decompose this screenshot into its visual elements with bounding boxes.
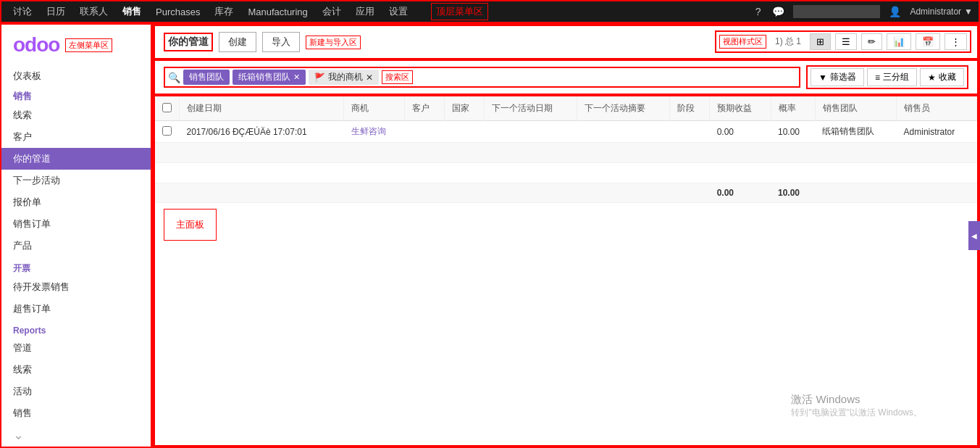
search-tag-sales-team-label: 销售团队 <box>189 71 224 83</box>
cell-date: 2017/06/16 ÐÇÆÚÄè 17:07:01 <box>180 121 344 143</box>
sidebar-item-pipeline-report[interactable]: 管道 <box>1 337 151 359</box>
col-stage: 阶段 <box>670 96 710 121</box>
nav-item-inventory[interactable]: 库存 <box>209 2 239 21</box>
search-tag-my-opportunity-close[interactable]: ✕ <box>366 72 373 83</box>
edit-view-button[interactable]: ✏ <box>861 33 882 50</box>
nav-item-purchases[interactable]: Purchases <box>150 4 206 20</box>
sidebar-item-leads[interactable]: 线索 <box>1 104 151 126</box>
nav-item-manufacturing[interactable]: Manufacturing <box>242 4 313 20</box>
data-table: 创建日期 商机 客户 国家 下一个活动日期 下一个活动摘要 阶段 预期收益 概率… <box>155 96 977 203</box>
filter-icon: ▼ <box>818 72 827 83</box>
sidebar-item-sales-orders[interactable]: 销售订单 <box>1 213 151 235</box>
col-sales-team: 销售团队 <box>815 96 896 121</box>
search-tag-my-opportunity-label: 我的商机 <box>328 71 363 83</box>
global-search-input[interactable] <box>793 5 880 18</box>
total-probability: 10.00 <box>771 183 815 203</box>
empty-row-1 <box>155 143 977 163</box>
search-tag-paper-team-label: 纸箱销售团队 <box>238 71 290 83</box>
odoo-logo: odoo <box>13 33 59 57</box>
sidebar-item-products[interactable]: 产品 <box>1 235 151 257</box>
admin-menu[interactable]: Administrator ▼ <box>910 7 973 17</box>
topnav-right: ? 💬 👤 Administrator ▼ <box>753 4 973 19</box>
col-salesperson: 销售员 <box>897 96 977 121</box>
create-import-label: 新建与导入区 <box>306 36 361 49</box>
logo-area: odoo 左侧菜单区 <box>1 25 151 65</box>
sidebar-reports-group: Reports <box>1 320 151 337</box>
groupby-button[interactable]: ≡ 三分组 <box>867 68 917 86</box>
sidebar-sales-title: 销售 <box>1 87 151 104</box>
nav-item-calendar[interactable]: 日历 <box>41 2 71 21</box>
chart-view-button[interactable]: 📊 <box>887 33 911 50</box>
search-icon: 🔍 <box>168 72 180 83</box>
nav-item-apps[interactable]: 应用 <box>350 2 380 21</box>
col-opportunity: 商机 <box>344 96 404 121</box>
cell-next-activity-summary <box>577 121 669 143</box>
star-icon: ★ <box>928 72 936 83</box>
row-checkbox[interactable] <box>162 126 172 136</box>
cell-opportunity[interactable]: 生鲜咨询 <box>344 121 404 143</box>
select-all-header[interactable] <box>155 96 180 121</box>
admin-label: Administrator <box>910 7 961 17</box>
main-label: 主面板 <box>155 203 977 246</box>
cell-next-activity-date <box>484 121 577 143</box>
cell-salesperson: Administrator <box>897 121 977 143</box>
total-expected-revenue: 0.00 <box>710 183 771 203</box>
kanban-view-button[interactable]: ⊞ <box>810 33 831 50</box>
page-title: 你的管道 <box>164 33 213 51</box>
main-dashboard-label: 主面板 <box>164 209 217 241</box>
nav-item-settings[interactable]: 设置 <box>383 2 414 21</box>
col-next-activity-date: 下一个活动日期 <box>484 96 577 121</box>
import-button[interactable]: 导入 <box>262 32 300 52</box>
topnav-label: 顶层菜单区 <box>431 3 488 20</box>
sidebar-scroll-down-icon[interactable]: ⌄ <box>1 424 151 446</box>
cell-customer <box>404 121 444 143</box>
sidebar-item-pipeline[interactable]: 你的管道 <box>1 148 151 170</box>
nav-item-sales[interactable]: 销售 <box>117 2 147 21</box>
windows-watermark: 激活 Windows 转到"电脑设置"以激活 Windows。 <box>791 393 922 419</box>
create-button[interactable]: 创建 <box>219 32 256 52</box>
col-create-date: 创建日期 <box>180 96 344 121</box>
cell-probability: 10.00 <box>771 121 815 143</box>
table-row[interactable]: 2017/06/16 ÐÇÆÚÄè 17:07:01 生鲜咨询 0.00 10.… <box>155 121 977 143</box>
col-next-activity-summary: 下一个活动摘要 <box>577 96 669 121</box>
right-panel-toggle[interactable]: ◀ <box>968 221 980 250</box>
sidebar-item-sales-report[interactable]: 销售 <box>1 402 151 424</box>
sidebar-item-activities-report[interactable]: 活动 <box>1 381 151 402</box>
search-tag-paper-team-close[interactable]: ✕ <box>293 72 300 82</box>
col-customer: 客户 <box>404 96 444 121</box>
sidebar-item-dashboard[interactable]: 仪表板 <box>1 65 151 87</box>
nav-item-accounting[interactable]: 会计 <box>317 2 347 21</box>
select-all-checkbox[interactable] <box>162 103 172 112</box>
more-view-button[interactable]: ⋮ <box>945 33 967 50</box>
calendar-view-button[interactable]: 📅 <box>916 33 940 50</box>
sidebar-item-invoice-sales[interactable]: 待开发票销售 <box>1 276 151 298</box>
sidebar-item-quotations[interactable]: 报价单 <box>1 191 151 213</box>
avatar-icon: 👤 <box>886 4 904 19</box>
groupby-label: 三分组 <box>883 71 909 83</box>
help-icon[interactable]: ? <box>753 4 764 19</box>
col-country: 国家 <box>444 96 484 121</box>
list-view-button[interactable]: ☰ <box>835 33 857 50</box>
sidebar-item-oversell-orders[interactable]: 超售订单 <box>1 298 151 320</box>
content-area: 你的管道 创建 导入 新建与导入区 视图样式区 1) 总 1 ⊞ ☰ ✏ 📊 📅… <box>152 23 980 448</box>
nav-item-contacts[interactable]: 联系人 <box>74 2 114 21</box>
chat-icon[interactable]: 💬 <box>769 4 787 19</box>
nav-item-discuss[interactable]: 讨论 <box>7 2 38 21</box>
search-area: 🔍 销售团队 纸箱销售团队 ✕ 🚩 我的商机 ✕ 搜索区 <box>164 67 800 88</box>
filter-label: 筛选器 <box>830 71 856 83</box>
toolbar-right: ▼ 筛选器 ≡ 三分组 ★ 收藏 <box>806 65 968 89</box>
sidebar-item-next-activities[interactable]: 下一步活动 <box>1 170 151 191</box>
favorite-button[interactable]: ★ 收藏 <box>920 68 964 86</box>
groupby-icon: ≡ <box>875 72 880 83</box>
main-layout: odoo 左侧菜单区 仪表板 销售 线索 客户 你的管道 下一步活动 报价单 销… <box>0 23 980 448</box>
empty-row-2 <box>155 163 977 183</box>
filter-button[interactable]: ▼ 筛选器 <box>811 68 864 86</box>
total-sales-team-cell <box>815 183 896 203</box>
col-expected-revenue: 预期收益 <box>710 96 771 121</box>
sidebar-item-customers[interactable]: 客户 <box>1 126 151 148</box>
sidebar-item-leads-report[interactable]: 线索 <box>1 359 151 381</box>
search-label: 搜索区 <box>382 70 413 84</box>
cell-sales-team: 纸箱销售团队 <box>815 121 896 143</box>
row-checkbox-cell[interactable] <box>155 121 180 143</box>
total-salesperson-cell <box>897 183 977 203</box>
